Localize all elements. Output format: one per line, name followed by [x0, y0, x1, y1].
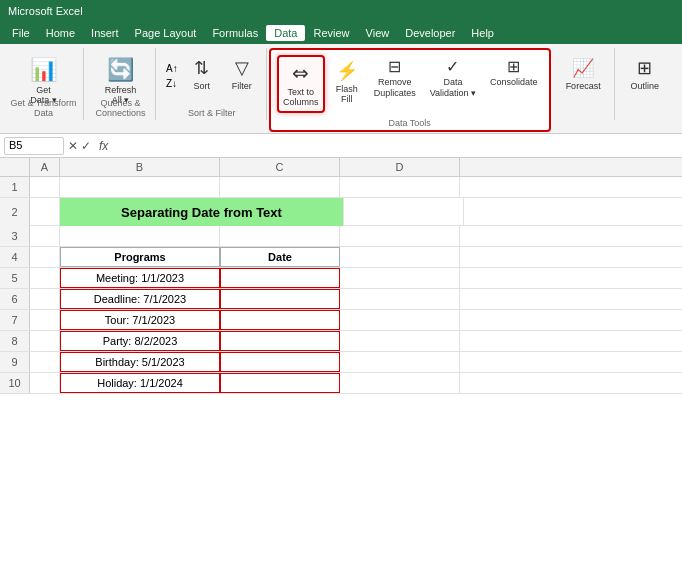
col-header-c: C	[220, 158, 340, 176]
cell-a5[interactable]	[30, 268, 60, 288]
cell-d1[interactable]	[340, 177, 460, 197]
flash-fill-icon: ⚡	[336, 60, 358, 82]
sort-icon: ⇅	[194, 57, 209, 79]
sort-az-icon: A↑	[166, 63, 178, 74]
outline-icon: ⊞	[637, 57, 652, 79]
column-headers: A B C D	[0, 158, 682, 177]
filter-icon: ▽	[235, 57, 249, 79]
consolidate-icon: ⊞	[507, 59, 520, 75]
cell-c8[interactable]	[220, 331, 340, 351]
text-to-columns-label: Text toColumns	[283, 87, 319, 107]
confirm-formula-icon[interactable]: ✓	[81, 139, 91, 153]
cell-a8[interactable]	[30, 331, 60, 351]
forecast-button[interactable]: 📈 Forecast	[559, 52, 608, 96]
menu-developer[interactable]: Developer	[397, 25, 463, 41]
cell-b6[interactable]: Deadline: 7/1/2023	[60, 289, 220, 309]
title-bar: Microsoft Excel	[0, 0, 682, 22]
row-num-4: 4	[0, 247, 30, 267]
row-num-10: 10	[0, 373, 30, 393]
get-data-icon: 📊	[30, 57, 57, 83]
cell-d6[interactable]	[340, 289, 460, 309]
cell-d4[interactable]	[340, 247, 460, 267]
get-transform-label: Get & Transform Data	[4, 98, 83, 118]
row-8: 8 Party: 8/2/2023	[0, 331, 682, 352]
cancel-formula-icon[interactable]: ✕	[68, 139, 78, 153]
cell-c10[interactable]	[220, 373, 340, 393]
filter-button[interactable]: ▽ Filter	[224, 52, 260, 96]
sort-za-button[interactable]: Z↓	[164, 77, 180, 90]
cell-c4[interactable]: Date	[220, 247, 340, 267]
cell-d3[interactable]	[340, 226, 460, 246]
queries-label: Queries & Connections	[86, 98, 155, 118]
cell-b7[interactable]: Tour: 7/1/2023	[60, 310, 220, 330]
sort-az-button[interactable]: A↑	[164, 62, 180, 75]
cell-b9[interactable]: Birthday: 5/1/2023	[60, 352, 220, 372]
menu-review[interactable]: Review	[305, 25, 357, 41]
cell-reference-box[interactable]: B5	[4, 137, 64, 155]
data-validation-button[interactable]: ✓ DataValidation ▾	[425, 55, 481, 103]
cell-d8[interactable]	[340, 331, 460, 351]
cell-d9[interactable]	[340, 352, 460, 372]
menu-home[interactable]: Home	[38, 25, 83, 41]
cell-b2[interactable]: Separating Date from Text	[60, 198, 344, 226]
menu-help[interactable]: Help	[463, 25, 502, 41]
row-num-1: 1	[0, 177, 30, 197]
title-bar-text: Microsoft Excel	[8, 5, 83, 17]
row-num-9: 9	[0, 352, 30, 372]
cell-c3[interactable]	[220, 226, 340, 246]
cell-a2[interactable]	[30, 198, 60, 226]
cell-b10[interactable]: Holiday: 1/1/2024	[60, 373, 220, 393]
col-header-b: B	[60, 158, 220, 176]
cell-d2[interactable]	[344, 198, 464, 226]
data-validation-icon: ✓	[446, 59, 459, 75]
remove-duplicates-label: RemoveDuplicates	[374, 77, 416, 99]
row-num-8: 8	[0, 331, 30, 351]
forecast-label: Forecast	[566, 81, 601, 91]
cell-a3[interactable]	[30, 226, 60, 246]
cell-a9[interactable]	[30, 352, 60, 372]
cell-d7[interactable]	[340, 310, 460, 330]
menu-data[interactable]: Data	[266, 25, 305, 41]
cell-c9[interactable]	[220, 352, 340, 372]
flash-fill-label: FlashFill	[336, 84, 358, 104]
cell-c6[interactable]	[220, 289, 340, 309]
row-num-7: 7	[0, 310, 30, 330]
cell-c7[interactable]	[220, 310, 340, 330]
cell-c1[interactable]	[220, 177, 340, 197]
cell-d10[interactable]	[340, 373, 460, 393]
col-header-a: A	[30, 158, 60, 176]
cell-b5[interactable]: Meeting: 1/1/2023	[60, 268, 220, 288]
cell-a1[interactable]	[30, 177, 60, 197]
forecast-icon: 📈	[572, 57, 594, 79]
row-3: 3	[0, 226, 682, 247]
cell-b1[interactable]	[60, 177, 220, 197]
sort-za-icon: Z↓	[166, 78, 177, 89]
formula-input[interactable]	[116, 139, 678, 153]
cell-a10[interactable]	[30, 373, 60, 393]
cell-b8[interactable]: Party: 8/2/2023	[60, 331, 220, 351]
cell-a6[interactable]	[30, 289, 60, 309]
cell-a4[interactable]	[30, 247, 60, 267]
menu-page-layout[interactable]: Page Layout	[127, 25, 205, 41]
cell-b4[interactable]: Programs	[60, 247, 220, 267]
flash-fill-button[interactable]: ⚡ FlashFill	[329, 55, 365, 109]
outline-button[interactable]: ⊞ Outline	[623, 52, 667, 96]
remove-duplicates-button[interactable]: ⊟ RemoveDuplicates	[369, 55, 421, 103]
row-num-5: 5	[0, 268, 30, 288]
cell-d5[interactable]	[340, 268, 460, 288]
menu-file[interactable]: File	[4, 25, 38, 41]
row-2: 2 Separating Date from Text	[0, 198, 682, 226]
text-to-columns-button[interactable]: ⇔ Text toColumns	[277, 55, 325, 113]
cell-a7[interactable]	[30, 310, 60, 330]
sort-button[interactable]: ⇅ Sort	[184, 52, 220, 96]
row-num-6: 6	[0, 289, 30, 309]
cell-b3[interactable]	[60, 226, 220, 246]
menu-view[interactable]: View	[358, 25, 398, 41]
text-to-columns-icon: ⇔	[292, 61, 309, 85]
row-5: 5 Meeting: 1/1/2023	[0, 268, 682, 289]
spreadsheet: A B C D 1 2 Separating Date from Text 3 …	[0, 158, 682, 394]
menu-insert[interactable]: Insert	[83, 25, 127, 41]
consolidate-button[interactable]: ⊞ Consolidate	[485, 55, 543, 92]
cell-c5[interactable]	[220, 268, 340, 288]
menu-formulas[interactable]: Formulas	[204, 25, 266, 41]
